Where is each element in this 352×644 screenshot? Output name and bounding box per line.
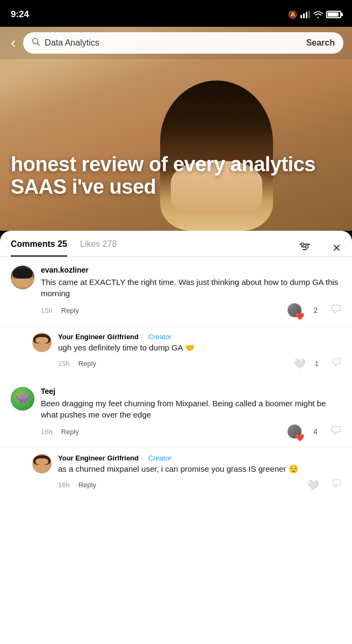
search-icon (32, 38, 40, 48)
tab-likes-label: Likes 278 (80, 239, 117, 248)
mini-avatar-circle: ❤️ (288, 425, 301, 438)
svg-rect-3 (308, 11, 310, 18)
comment-time: 16h (41, 428, 53, 436)
reply-content: Your Engineer Girlfriend · Creator ugh y… (58, 333, 341, 370)
comment-username: Teej (41, 387, 341, 396)
mini-avatar-circle: ❤️ (288, 303, 301, 317)
reply-like-icon[interactable]: 🤍 (293, 358, 305, 370)
avatar (11, 266, 34, 289)
reply-text: as a churned mixpanel user, i can promis… (58, 463, 341, 474)
reply-text: ugh yes definitely time to dump GA 🤝 (58, 342, 341, 353)
svg-rect-1 (303, 13, 305, 18)
reply-button[interactable]: Reply (61, 428, 79, 436)
svg-rect-2 (306, 12, 307, 18)
creator-badge: Creator (148, 454, 171, 462)
reply-button[interactable]: Reply (78, 360, 96, 368)
video-title-overlay: honest review of every analytics SAAS i'… (11, 153, 341, 199)
reply-time: 16h (58, 481, 70, 489)
avatar: 👾 (11, 387, 34, 411)
reply-button[interactable]: Reply (61, 306, 79, 314)
creator-avatar (32, 333, 52, 352)
reply-content: Your Engineer Girlfriend · Creator as a … (58, 454, 341, 491)
reply-item: Your Engineer Girlfriend · Creator ugh y… (0, 326, 352, 376)
comment-content: evan.kozliner This came at EXACTLY the r… (41, 266, 341, 317)
signal-icon (300, 11, 310, 18)
mini-avatar-heart: ❤️ (288, 425, 301, 438)
status-icons: 🔕 (288, 10, 341, 19)
comment-actions: 16h Reply ❤️ 4 (41, 425, 341, 438)
heart-badge: ❤️ (296, 434, 304, 441)
svg-rect-0 (300, 15, 302, 18)
svg-point-10 (306, 245, 308, 248)
search-query[interactable]: Data Analytics (45, 38, 301, 48)
status-bar: 9:24 🔕 (0, 0, 352, 27)
comment-text: Been dragging my feet churning from Mixp… (41, 398, 341, 420)
comments-header: Comments 25 Likes 278 ✕ (0, 231, 352, 257)
battery-icon (326, 11, 341, 18)
comment-username: evan.kozliner (41, 266, 341, 274)
reply-dislike-button[interactable] (332, 357, 341, 370)
like-count: 4 (313, 427, 318, 436)
comment-item: evan.kozliner This came at EXACTLY the r… (0, 257, 352, 326)
comment-time: 15h (41, 306, 53, 314)
wifi-icon (313, 11, 323, 18)
creator-avatar (32, 454, 52, 473)
reply-username: Your Engineer Girlfriend (58, 454, 139, 462)
comment-text: This came at EXACTLY the right time. Was… (41, 276, 341, 299)
back-button[interactable]: ‹ (9, 32, 18, 54)
search-box[interactable]: Data Analytics Search (23, 32, 343, 54)
comments-panel: Comments 25 Likes 278 ✕ evan.kozl (0, 231, 352, 644)
search-button[interactable]: Search (306, 38, 335, 48)
reply-dislike-button[interactable] (332, 479, 341, 491)
reply-actions: 15h Reply 🤍 1 (58, 357, 341, 370)
search-bar-overlay: ‹ Data Analytics Search (0, 27, 352, 59)
svg-line-5 (38, 43, 40, 46)
reply-time: 15h (58, 360, 70, 368)
person-figure (149, 70, 284, 231)
comment-actions: 15h Reply ❤️ 2 (41, 303, 341, 317)
heart-badge: ❤️ (296, 313, 304, 320)
dislike-button[interactable] (331, 425, 341, 438)
reply-item: Your Engineer Girlfriend · Creator as a … (0, 448, 352, 497)
mini-avatar-heart: ❤️ (288, 303, 301, 317)
video-area: ‹ Data Analytics Search honest review of… (0, 27, 352, 231)
filter-icon[interactable] (299, 242, 311, 254)
reply-like-count: 1 (315, 360, 319, 368)
status-time: 9:24 (11, 9, 29, 20)
svg-point-9 (301, 243, 304, 245)
reply-like-icon[interactable]: 🤍 (307, 479, 319, 491)
dislike-button[interactable] (331, 304, 341, 317)
comment-content: Teej Been dragging my feet churning from… (41, 387, 341, 438)
close-icon[interactable]: ✕ (332, 241, 341, 254)
reply-button[interactable]: Reply (78, 481, 96, 489)
tab-comments-label: Comments 25 (11, 239, 67, 248)
like-count: 2 (313, 306, 318, 314)
tab-comments[interactable]: Comments 25 (11, 239, 67, 257)
mute-icon: 🔕 (288, 10, 297, 19)
comment-item: 👾 Teej Been dragging my feet churning fr… (0, 378, 352, 448)
reply-username: Your Engineer Girlfriend (58, 333, 139, 341)
creator-badge: Creator (148, 333, 171, 341)
reply-actions: 16h Reply 🤍 (58, 479, 341, 491)
video-title: honest review of every analytics SAAS i'… (11, 153, 341, 199)
tab-likes[interactable]: Likes 278 (80, 239, 117, 257)
